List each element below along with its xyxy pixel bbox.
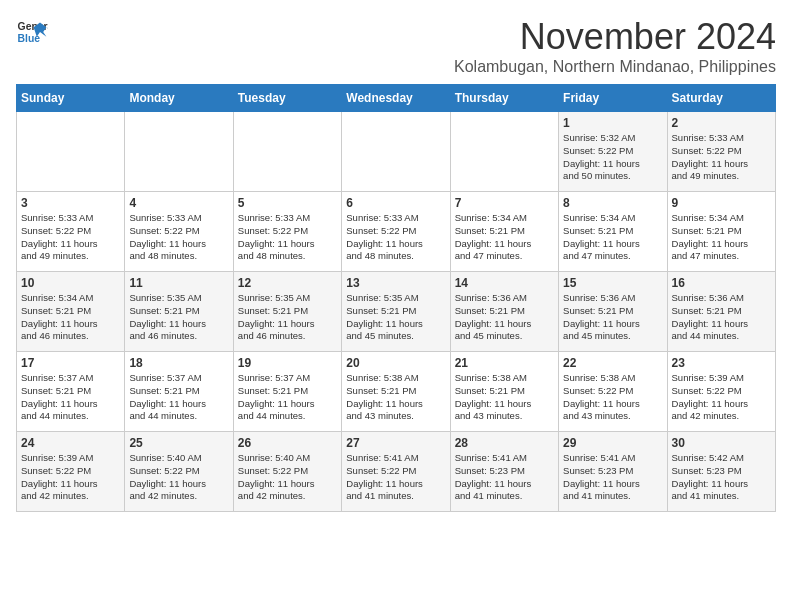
logo-icon: General Blue bbox=[16, 16, 48, 48]
calendar-day-cell: 6Sunrise: 5:33 AMSunset: 5:22 PMDaylight… bbox=[342, 192, 450, 272]
calendar-day-cell: 29Sunrise: 5:41 AMSunset: 5:23 PMDayligh… bbox=[559, 432, 667, 512]
calendar-day-cell: 21Sunrise: 5:38 AMSunset: 5:21 PMDayligh… bbox=[450, 352, 558, 432]
calendar-day-cell bbox=[233, 112, 341, 192]
calendar-week-row: 24Sunrise: 5:39 AMSunset: 5:22 PMDayligh… bbox=[17, 432, 776, 512]
day-number: 2 bbox=[672, 116, 771, 130]
calendar-day-cell: 8Sunrise: 5:34 AMSunset: 5:21 PMDaylight… bbox=[559, 192, 667, 272]
day-number: 21 bbox=[455, 356, 554, 370]
calendar-day-cell: 10Sunrise: 5:34 AMSunset: 5:21 PMDayligh… bbox=[17, 272, 125, 352]
day-info: Sunrise: 5:33 AMSunset: 5:22 PMDaylight:… bbox=[129, 212, 228, 263]
calendar-day-cell: 28Sunrise: 5:41 AMSunset: 5:23 PMDayligh… bbox=[450, 432, 558, 512]
calendar-week-row: 10Sunrise: 5:34 AMSunset: 5:21 PMDayligh… bbox=[17, 272, 776, 352]
calendar-day-cell: 25Sunrise: 5:40 AMSunset: 5:22 PMDayligh… bbox=[125, 432, 233, 512]
location-title: Kolambugan, Northern Mindanao, Philippin… bbox=[454, 58, 776, 76]
weekday-header-cell: Friday bbox=[559, 85, 667, 112]
weekday-header-row: SundayMondayTuesdayWednesdayThursdayFrid… bbox=[17, 85, 776, 112]
day-info: Sunrise: 5:38 AMSunset: 5:21 PMDaylight:… bbox=[346, 372, 445, 423]
day-info: Sunrise: 5:39 AMSunset: 5:22 PMDaylight:… bbox=[21, 452, 120, 503]
day-info: Sunrise: 5:38 AMSunset: 5:21 PMDaylight:… bbox=[455, 372, 554, 423]
day-number: 23 bbox=[672, 356, 771, 370]
calendar-day-cell: 23Sunrise: 5:39 AMSunset: 5:22 PMDayligh… bbox=[667, 352, 775, 432]
calendar-table: SundayMondayTuesdayWednesdayThursdayFrid… bbox=[16, 84, 776, 512]
calendar-day-cell: 3Sunrise: 5:33 AMSunset: 5:22 PMDaylight… bbox=[17, 192, 125, 272]
day-number: 15 bbox=[563, 276, 662, 290]
calendar-day-cell: 14Sunrise: 5:36 AMSunset: 5:21 PMDayligh… bbox=[450, 272, 558, 352]
calendar-day-cell bbox=[450, 112, 558, 192]
day-number: 5 bbox=[238, 196, 337, 210]
day-info: Sunrise: 5:39 AMSunset: 5:22 PMDaylight:… bbox=[672, 372, 771, 423]
day-number: 19 bbox=[238, 356, 337, 370]
day-number: 17 bbox=[21, 356, 120, 370]
day-number: 27 bbox=[346, 436, 445, 450]
day-number: 7 bbox=[455, 196, 554, 210]
day-info: Sunrise: 5:33 AMSunset: 5:22 PMDaylight:… bbox=[238, 212, 337, 263]
day-info: Sunrise: 5:35 AMSunset: 5:21 PMDaylight:… bbox=[238, 292, 337, 343]
calendar-day-cell: 7Sunrise: 5:34 AMSunset: 5:21 PMDaylight… bbox=[450, 192, 558, 272]
day-info: Sunrise: 5:36 AMSunset: 5:21 PMDaylight:… bbox=[672, 292, 771, 343]
day-number: 24 bbox=[21, 436, 120, 450]
day-number: 8 bbox=[563, 196, 662, 210]
day-info: Sunrise: 5:37 AMSunset: 5:21 PMDaylight:… bbox=[238, 372, 337, 423]
day-number: 29 bbox=[563, 436, 662, 450]
calendar-day-cell: 20Sunrise: 5:38 AMSunset: 5:21 PMDayligh… bbox=[342, 352, 450, 432]
day-number: 20 bbox=[346, 356, 445, 370]
weekday-header-cell: Tuesday bbox=[233, 85, 341, 112]
day-number: 22 bbox=[563, 356, 662, 370]
calendar-day-cell: 16Sunrise: 5:36 AMSunset: 5:21 PMDayligh… bbox=[667, 272, 775, 352]
calendar-day-cell: 5Sunrise: 5:33 AMSunset: 5:22 PMDaylight… bbox=[233, 192, 341, 272]
month-title: November 2024 bbox=[454, 16, 776, 58]
day-info: Sunrise: 5:32 AMSunset: 5:22 PMDaylight:… bbox=[563, 132, 662, 183]
title-block: November 2024 Kolambugan, Northern Minda… bbox=[454, 16, 776, 76]
calendar-body: 1Sunrise: 5:32 AMSunset: 5:22 PMDaylight… bbox=[17, 112, 776, 512]
day-number: 13 bbox=[346, 276, 445, 290]
day-number: 6 bbox=[346, 196, 445, 210]
day-number: 28 bbox=[455, 436, 554, 450]
calendar-day-cell: 12Sunrise: 5:35 AMSunset: 5:21 PMDayligh… bbox=[233, 272, 341, 352]
calendar-day-cell: 27Sunrise: 5:41 AMSunset: 5:22 PMDayligh… bbox=[342, 432, 450, 512]
calendar-day-cell: 13Sunrise: 5:35 AMSunset: 5:21 PMDayligh… bbox=[342, 272, 450, 352]
calendar-week-row: 1Sunrise: 5:32 AMSunset: 5:22 PMDaylight… bbox=[17, 112, 776, 192]
day-info: Sunrise: 5:33 AMSunset: 5:22 PMDaylight:… bbox=[21, 212, 120, 263]
day-info: Sunrise: 5:37 AMSunset: 5:21 PMDaylight:… bbox=[21, 372, 120, 423]
day-number: 11 bbox=[129, 276, 228, 290]
calendar-day-cell: 11Sunrise: 5:35 AMSunset: 5:21 PMDayligh… bbox=[125, 272, 233, 352]
day-info: Sunrise: 5:41 AMSunset: 5:23 PMDaylight:… bbox=[563, 452, 662, 503]
calendar-day-cell: 1Sunrise: 5:32 AMSunset: 5:22 PMDaylight… bbox=[559, 112, 667, 192]
day-number: 14 bbox=[455, 276, 554, 290]
day-info: Sunrise: 5:41 AMSunset: 5:22 PMDaylight:… bbox=[346, 452, 445, 503]
weekday-header-cell: Monday bbox=[125, 85, 233, 112]
calendar-day-cell bbox=[125, 112, 233, 192]
day-number: 4 bbox=[129, 196, 228, 210]
day-info: Sunrise: 5:38 AMSunset: 5:22 PMDaylight:… bbox=[563, 372, 662, 423]
day-info: Sunrise: 5:34 AMSunset: 5:21 PMDaylight:… bbox=[455, 212, 554, 263]
calendar-day-cell: 17Sunrise: 5:37 AMSunset: 5:21 PMDayligh… bbox=[17, 352, 125, 432]
day-info: Sunrise: 5:34 AMSunset: 5:21 PMDaylight:… bbox=[672, 212, 771, 263]
calendar-day-cell: 4Sunrise: 5:33 AMSunset: 5:22 PMDaylight… bbox=[125, 192, 233, 272]
weekday-header-cell: Saturday bbox=[667, 85, 775, 112]
weekday-header-cell: Thursday bbox=[450, 85, 558, 112]
day-number: 10 bbox=[21, 276, 120, 290]
calendar-day-cell: 15Sunrise: 5:36 AMSunset: 5:21 PMDayligh… bbox=[559, 272, 667, 352]
weekday-header-cell: Wednesday bbox=[342, 85, 450, 112]
day-number: 16 bbox=[672, 276, 771, 290]
day-info: Sunrise: 5:33 AMSunset: 5:22 PMDaylight:… bbox=[346, 212, 445, 263]
day-number: 18 bbox=[129, 356, 228, 370]
calendar-day-cell: 2Sunrise: 5:33 AMSunset: 5:22 PMDaylight… bbox=[667, 112, 775, 192]
day-info: Sunrise: 5:37 AMSunset: 5:21 PMDaylight:… bbox=[129, 372, 228, 423]
day-number: 3 bbox=[21, 196, 120, 210]
calendar-day-cell: 30Sunrise: 5:42 AMSunset: 5:23 PMDayligh… bbox=[667, 432, 775, 512]
calendar-week-row: 17Sunrise: 5:37 AMSunset: 5:21 PMDayligh… bbox=[17, 352, 776, 432]
calendar-week-row: 3Sunrise: 5:33 AMSunset: 5:22 PMDaylight… bbox=[17, 192, 776, 272]
day-number: 26 bbox=[238, 436, 337, 450]
day-info: Sunrise: 5:42 AMSunset: 5:23 PMDaylight:… bbox=[672, 452, 771, 503]
day-number: 9 bbox=[672, 196, 771, 210]
day-number: 12 bbox=[238, 276, 337, 290]
day-info: Sunrise: 5:34 AMSunset: 5:21 PMDaylight:… bbox=[563, 212, 662, 263]
day-info: Sunrise: 5:35 AMSunset: 5:21 PMDaylight:… bbox=[346, 292, 445, 343]
calendar-day-cell bbox=[17, 112, 125, 192]
calendar-day-cell: 26Sunrise: 5:40 AMSunset: 5:22 PMDayligh… bbox=[233, 432, 341, 512]
calendar-day-cell: 18Sunrise: 5:37 AMSunset: 5:21 PMDayligh… bbox=[125, 352, 233, 432]
weekday-header-cell: Sunday bbox=[17, 85, 125, 112]
day-number: 1 bbox=[563, 116, 662, 130]
day-info: Sunrise: 5:35 AMSunset: 5:21 PMDaylight:… bbox=[129, 292, 228, 343]
